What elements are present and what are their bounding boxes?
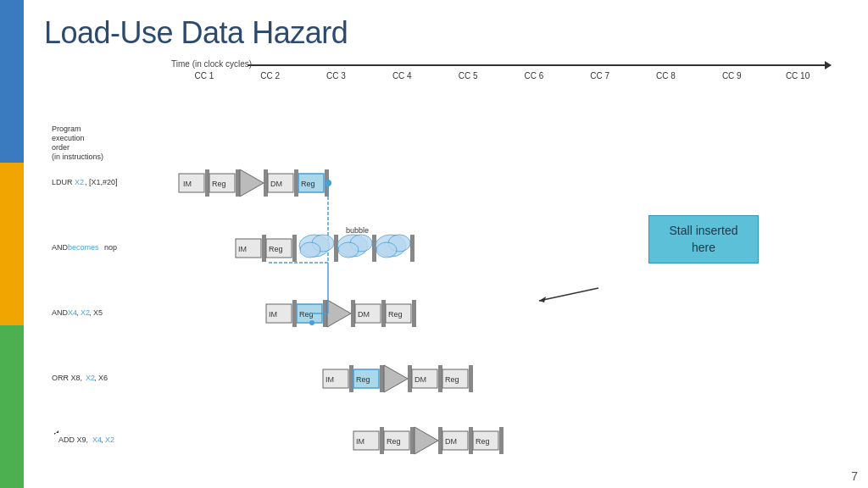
svg-text:DM: DM xyxy=(270,180,282,188)
svg-point-21 xyxy=(325,180,331,186)
svg-text:Reg: Reg xyxy=(212,180,226,188)
svg-text:Reg: Reg xyxy=(299,310,314,319)
svg-point-35 xyxy=(300,242,320,258)
page-number: 7 xyxy=(851,469,858,483)
svg-text:Reg: Reg xyxy=(445,375,459,384)
cc-label-7: CC 7 xyxy=(567,71,633,80)
cc-label-6: CC 6 xyxy=(501,71,567,80)
svg-text:Reg: Reg xyxy=(356,375,370,384)
svg-marker-58 xyxy=(327,300,351,327)
cc-label-9: CC 9 xyxy=(698,71,765,80)
bar-green xyxy=(0,325,24,488)
svg-text:DM: DM xyxy=(445,437,457,446)
time-arrow xyxy=(248,64,831,66)
diagram-container: Time (in clock cycles) CC 1 CC 2 CC 3 CC… xyxy=(44,58,848,473)
svg-rect-29 xyxy=(262,235,266,262)
svg-rect-59 xyxy=(351,300,355,327)
cc-label-3: CC 3 xyxy=(303,71,370,80)
svg-text:Reg: Reg xyxy=(301,180,315,188)
left-color-bar xyxy=(0,0,24,488)
svg-marker-105 xyxy=(539,297,546,302)
svg-rect-84 xyxy=(469,365,473,392)
svg-marker-96 xyxy=(415,427,438,454)
svg-rect-92 xyxy=(380,427,384,454)
svg-text:DM: DM xyxy=(358,310,370,319)
svg-text:bubble: bubble xyxy=(346,226,369,235)
bar-blue xyxy=(0,0,24,163)
cc-label-10: CC 10 xyxy=(765,71,831,80)
svg-text:DM: DM xyxy=(415,375,426,384)
svg-text:Reg: Reg xyxy=(269,245,283,253)
svg-rect-32 xyxy=(292,235,297,262)
svg-text:, [X1,#20]: , [X1,#20] xyxy=(85,178,118,186)
svg-text:,: , xyxy=(101,435,103,444)
page-title: Load-Use Data Hazard xyxy=(44,15,848,51)
svg-text:, X6: , X6 xyxy=(94,374,108,382)
svg-rect-76 xyxy=(380,365,384,392)
stall-label: Stall inserted here xyxy=(670,224,738,254)
svg-marker-13 xyxy=(240,169,264,197)
svg-text:, X5: , X5 xyxy=(89,308,103,317)
svg-rect-97 xyxy=(438,427,442,454)
svg-line-104 xyxy=(539,288,598,301)
svg-text:Program: Program xyxy=(52,125,81,133)
svg-text:X2: X2 xyxy=(75,178,84,186)
stall-box: Stall inserted here xyxy=(648,215,759,263)
cc-label-5: CC 5 xyxy=(435,71,501,80)
svg-rect-62 xyxy=(381,300,386,327)
svg-rect-100 xyxy=(469,427,473,454)
cc-label-2: CC 2 xyxy=(237,71,303,80)
svg-text:Reg: Reg xyxy=(388,310,403,319)
pipeline-diagram: Program execution order (in instructions… xyxy=(44,85,848,466)
svg-text:Reg: Reg xyxy=(387,437,401,446)
svg-text:Reg: Reg xyxy=(476,437,490,446)
svg-marker-77 xyxy=(384,365,408,392)
svg-text:(in instructions): (in instructions) xyxy=(52,152,103,161)
svg-text:ORR X8,: ORR X8, xyxy=(52,374,82,382)
svg-text:IM: IM xyxy=(269,310,277,319)
svg-rect-9 xyxy=(205,169,209,197)
svg-marker-85 xyxy=(54,430,58,435)
svg-text:IM: IM xyxy=(326,375,334,384)
svg-text:LDUR: LDUR xyxy=(52,178,73,186)
main-content: Load-Use Data Hazard Time (in clock cycl… xyxy=(24,0,868,488)
svg-text:nop: nop xyxy=(104,243,117,252)
cc-label-4: CC 4 xyxy=(369,71,435,80)
svg-text:IM: IM xyxy=(238,245,247,253)
svg-text:execution: execution xyxy=(52,134,85,142)
svg-rect-12 xyxy=(236,169,240,197)
svg-rect-65 xyxy=(412,300,416,327)
svg-rect-78 xyxy=(408,365,412,392)
cc-label-1: CC 1 xyxy=(171,71,237,80)
svg-text:ADD X9,: ADD X9, xyxy=(58,435,88,444)
svg-text:AND: AND xyxy=(52,243,69,252)
svg-point-57 xyxy=(309,320,314,325)
time-axis-label: Time (in clock cycles) xyxy=(171,59,252,69)
svg-point-39 xyxy=(338,242,359,258)
svg-rect-44 xyxy=(410,235,415,262)
svg-rect-14 xyxy=(264,169,268,197)
bar-yellow xyxy=(0,163,24,325)
svg-text:AND: AND xyxy=(52,308,69,317)
svg-point-43 xyxy=(376,242,397,258)
svg-text:order: order xyxy=(52,143,70,152)
cc-label-8: CC 8 xyxy=(633,71,699,80)
svg-rect-95 xyxy=(410,427,415,454)
svg-text:,: , xyxy=(76,308,79,317)
svg-text:IM: IM xyxy=(183,180,192,188)
svg-text:IM: IM xyxy=(356,437,364,446)
svg-text:X2: X2 xyxy=(105,435,114,444)
svg-rect-81 xyxy=(438,365,442,392)
cc-labels-row: CC 1 CC 2 CC 3 CC 4 CC 5 CC 6 CC 7 CC 8 … xyxy=(171,71,831,80)
svg-text:becomes: becomes xyxy=(68,243,99,252)
svg-rect-103 xyxy=(499,427,504,454)
